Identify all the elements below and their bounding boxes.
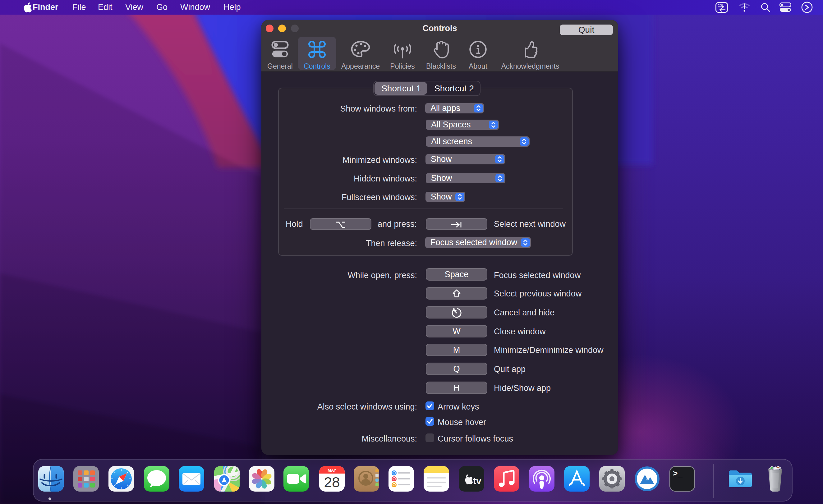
svg-text:tv: tv xyxy=(473,476,481,486)
svg-text:28: 28 xyxy=(324,474,340,490)
svg-text:>_: >_ xyxy=(673,469,683,479)
svg-text:MAY: MAY xyxy=(328,468,336,473)
